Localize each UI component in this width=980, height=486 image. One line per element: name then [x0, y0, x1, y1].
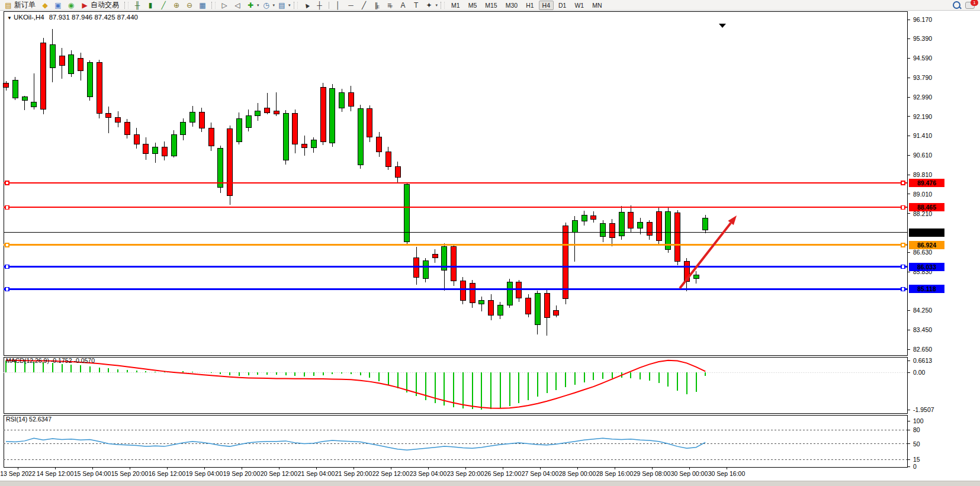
charts-community-icon[interactable]: ▣	[52, 1, 64, 10]
profile-charts-icon[interactable]: ▷	[219, 1, 230, 10]
svg-text:83.450: 83.450	[913, 326, 932, 333]
svg-text:20 Sep 12:00: 20 Sep 12:00	[261, 470, 298, 477]
main-toolbar: ▤新订单◆▣◉▶自动交易╫▮╱⊕⊖▦▷◁✚▾◷▾▤▾▲┼│─╱∥E≡FAT✦▾M…	[0, 0, 980, 11]
svg-text:89.810: 89.810	[913, 171, 932, 178]
publish-icon[interactable]: ◆	[39, 1, 51, 10]
arrows-icon-dropdown[interactable]: ▾	[436, 3, 438, 8]
svg-text:0: 0	[913, 463, 917, 470]
timeframe-button-d1[interactable]: D1	[555, 1, 570, 10]
bar-chart-icon[interactable]: ╫	[131, 1, 143, 10]
svg-text:86.033: 86.033	[917, 263, 936, 271]
svg-text:19 Sep 04:00: 19 Sep 04:00	[186, 470, 223, 477]
profile-charts-stop-icon[interactable]: ◁	[232, 1, 243, 10]
new-chart-icon[interactable]: ✚	[245, 1, 256, 10]
crosshair-icon[interactable]: ┼	[314, 1, 326, 10]
window-bottom-edge	[0, 481, 980, 486]
text-icon[interactable]: A	[397, 1, 409, 10]
chart-dropdown-icon[interactable]: ▼	[7, 15, 12, 21]
svg-text:23 Sep 20:00: 23 Sep 20:00	[447, 470, 484, 477]
svg-text:92.190: 92.190	[913, 113, 932, 120]
equidistant-channel-icon[interactable]: ∥E	[371, 1, 383, 10]
svg-text:16 Sep 12:00: 16 Sep 12:00	[149, 470, 186, 477]
period-clock-icon-dropdown[interactable]: ▾	[273, 3, 275, 8]
cursor-icon[interactable]: ▲	[301, 1, 313, 10]
new-order-icon: ▤	[4, 1, 12, 10]
search-icon[interactable]	[953, 1, 960, 9]
toolbar-grip	[441, 2, 445, 9]
trend-line-icon[interactable]: ╱	[358, 1, 370, 10]
svg-text:100: 100	[913, 417, 924, 424]
price-axis[interactable]: 96.17095.39094.59093.79092.99092.19091.4…	[907, 16, 944, 353]
svg-text:26 Sep 12:00: 26 Sep 12:00	[484, 470, 522, 477]
svg-text:86.630: 86.630	[913, 249, 932, 256]
toolbar-grip	[124, 2, 128, 9]
new-order-button[interactable]: ▤新订单	[2, 0, 38, 10]
notifications-icon[interactable]: 1	[965, 2, 975, 9]
chart-template-icon[interactable]: ▤	[276, 1, 288, 10]
timeframe-button-w1[interactable]: W1	[571, 1, 587, 10]
svg-text:80: 80	[913, 426, 920, 433]
chart-title: ▼UKOil-,H487.931 87.946 87.425 87.440	[7, 14, 138, 21]
signals-icon[interactable]: ◉	[65, 1, 77, 10]
text-label-icon[interactable]: T	[410, 1, 422, 10]
chart-ohlc-values: 87.931 87.946 87.425 87.440	[49, 14, 138, 21]
svg-text:0.00: 0.00	[913, 369, 926, 376]
period-clock-icon[interactable]: ◷	[261, 1, 272, 10]
svg-text:93.790: 93.790	[913, 74, 932, 81]
svg-text:15 Sep 04:00: 15 Sep 04:00	[74, 470, 111, 477]
toolbar-right-group: 1	[953, 1, 978, 9]
timeframe-button-mn[interactable]: MN	[589, 1, 605, 10]
chart-window: 96.17095.39094.59093.79092.99092.19091.4…	[0, 11, 980, 481]
svg-text:30 Sep 16:00: 30 Sep 16:00	[708, 470, 746, 477]
tile-windows-icon[interactable]: ▦	[197, 1, 208, 10]
svg-text:92.990: 92.990	[913, 94, 932, 101]
svg-text:89.476: 89.476	[917, 179, 936, 186]
svg-text:28 Sep 16:00: 28 Sep 16:00	[596, 470, 634, 477]
price-chart-svg[interactable]: 96.17095.39094.59093.79092.99092.19091.4…	[0, 11, 980, 481]
time-axis[interactable]: 13 Sep 202214 Sep 12:0015 Sep 04:0015 Se…	[0, 467, 745, 477]
svg-text:30 Sep 00:00: 30 Sep 00:00	[671, 470, 708, 477]
timeframe-button-h4[interactable]: H4	[539, 1, 554, 10]
timeframe-button-m1[interactable]: M1	[448, 1, 464, 10]
auto-trading-icon: ▶	[81, 1, 89, 10]
toolbar-grip	[211, 2, 216, 9]
timeframe-button-h1[interactable]: H1	[522, 1, 537, 10]
svg-text:15 Sep 20:00: 15 Sep 20:00	[111, 470, 149, 477]
macd-indicator-label: MACD(12,26,9) -0.1752 -0.0570	[6, 357, 95, 364]
notification-badge: 1	[971, 0, 978, 6]
line-chart-icon[interactable]: ╱	[158, 1, 169, 10]
svg-text:0.6613: 0.6613	[913, 357, 932, 364]
auto-trading-button[interactable]: ▶自动交易	[78, 0, 121, 10]
svg-text:82.650: 82.650	[913, 346, 932, 353]
svg-text:96.170: 96.170	[913, 16, 932, 23]
svg-text:88.465: 88.465	[917, 204, 936, 211]
new-chart-icon-dropdown[interactable]: ▾	[257, 3, 259, 8]
chart-template-icon-dropdown[interactable]: ▾	[288, 3, 291, 8]
zoom-out-icon[interactable]: ⊖	[184, 1, 195, 10]
svg-text:23 Sep 04:00: 23 Sep 04:00	[410, 470, 447, 477]
svg-text:-1.9507: -1.9507	[913, 406, 934, 413]
svg-text:84.250: 84.250	[913, 307, 932, 314]
svg-text:13 Sep 2022: 13 Sep 2022	[0, 470, 36, 477]
timeframe-button-m15[interactable]: M15	[481, 1, 500, 10]
svg-text:87.440: 87.440	[917, 229, 936, 236]
svg-text:86.924: 86.924	[917, 242, 936, 249]
svg-text:19 Sep 20:00: 19 Sep 20:00	[223, 470, 261, 477]
svg-text:85.118: 85.118	[917, 285, 936, 292]
svg-text:89.010: 89.010	[913, 191, 932, 198]
fibonacci-icon[interactable]: ≡F	[384, 1, 396, 10]
svg-text:94.590: 94.590	[913, 54, 932, 62]
svg-text:28 Sep 00:00: 28 Sep 00:00	[559, 470, 596, 477]
arrows-icon[interactable]: ✦	[423, 1, 435, 10]
svg-text:14 Sep 12:00: 14 Sep 12:00	[37, 470, 74, 477]
toolbar-grip	[294, 2, 298, 9]
horizontal-line-icon[interactable]: ─	[345, 1, 357, 10]
svg-text:90.610: 90.610	[913, 152, 932, 159]
vertical-line-icon[interactable]: │	[332, 1, 344, 10]
timeframe-button-m5[interactable]: M5	[465, 1, 481, 10]
zoom-in-icon[interactable]: ⊕	[171, 1, 182, 10]
candlestick-chart-icon[interactable]: ▮	[144, 1, 156, 10]
svg-text:91.410: 91.410	[913, 132, 932, 139]
timeframe-button-m30[interactable]: M30	[502, 1, 521, 10]
svg-text:29 Sep 08:00: 29 Sep 08:00	[634, 470, 671, 477]
